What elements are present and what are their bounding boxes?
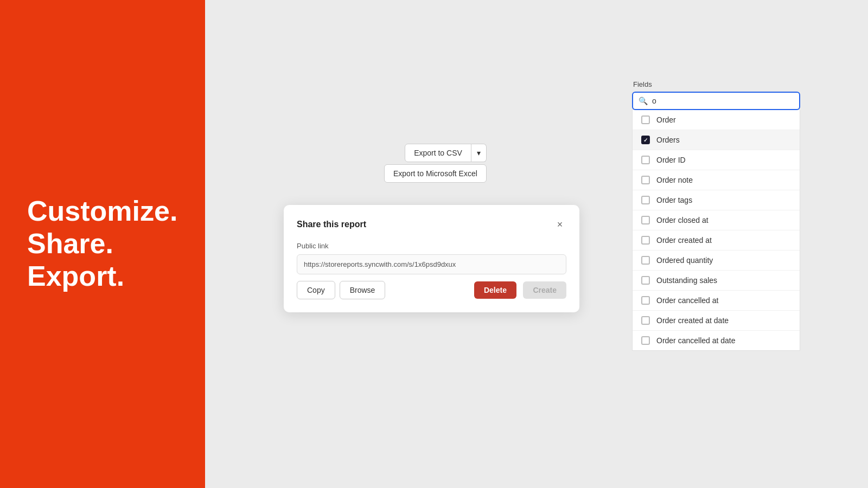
hero-line1: Customize.: [27, 195, 177, 228]
checkbox-orders: [641, 136, 650, 144]
chevron-down-icon: ▾: [477, 149, 481, 157]
field-item-order-closed-at[interactable]: Order closed at: [633, 210, 800, 230]
checkbox-order-closed-at: [641, 216, 650, 224]
field-item-order-cancelled-at[interactable]: Order cancelled at: [633, 291, 800, 311]
copy-button[interactable]: Copy: [297, 281, 335, 299]
export-csv-button[interactable]: Export to CSV: [405, 144, 471, 162]
field-label-order-tags: Order tags: [656, 196, 692, 204]
fields-search-box: 🔍: [632, 92, 800, 110]
search-icon: 🔍: [639, 97, 648, 105]
public-link-input[interactable]: [297, 254, 566, 274]
close-icon: ×: [557, 219, 563, 230]
create-button[interactable]: Create: [523, 281, 566, 299]
fields-list: OrderOrdersOrder IDOrder noteOrder tagsO…: [632, 110, 800, 351]
field-label-outstanding-sales: Outstanding sales: [656, 276, 717, 285]
field-item-order[interactable]: Order: [633, 110, 800, 130]
field-label-orders: Orders: [656, 136, 680, 144]
browse-button[interactable]: Browse: [340, 281, 386, 299]
checkbox-order-note: [641, 176, 650, 184]
checkbox-order-id: [641, 156, 650, 164]
field-label-order-created-at-date: Order created at date: [656, 316, 729, 325]
field-item-order-note[interactable]: Order note: [633, 170, 800, 190]
hero-text: Customize. Share. Export.: [27, 195, 177, 292]
field-label-order-id: Order ID: [656, 156, 686, 164]
field-label-order-cancelled-at-date: Order cancelled at date: [656, 336, 736, 345]
modal-actions: Copy Browse Delete Create: [297, 281, 566, 299]
modal-actions-left: Copy Browse: [297, 281, 385, 299]
export-button-group: Export to CSV ▾ Export to Microsoft Exce…: [384, 144, 487, 183]
right-panel: Export to CSV ▾ Export to Microsoft Exce…: [205, 0, 868, 488]
field-item-outstanding-sales[interactable]: Outstanding sales: [633, 271, 800, 291]
checkbox-order-created-at: [641, 236, 650, 245]
left-panel: Customize. Share. Export.: [0, 0, 205, 488]
modal-actions-right: Delete Create: [474, 281, 566, 299]
field-item-order-tags[interactable]: Order tags: [633, 190, 800, 210]
hero-line2: Share.: [27, 228, 177, 260]
field-item-order-created-at[interactable]: Order created at: [633, 230, 800, 251]
delete-button[interactable]: Delete: [474, 281, 516, 299]
public-link-label: Public link: [297, 242, 566, 250]
checkbox-order-cancelled-at-date: [641, 336, 650, 345]
field-label-order-cancelled-at: Order cancelled at: [656, 296, 718, 305]
checkbox-order-tags: [641, 196, 650, 204]
checkbox-ordered-quantity: [641, 256, 650, 265]
field-label-order-created-at: Order created at: [656, 236, 712, 245]
fields-container: Fields 🔍 OrderOrdersOrder IDOrder noteOr…: [632, 80, 800, 351]
export-csv-chevron-button[interactable]: ▾: [471, 144, 487, 162]
field-item-ordered-quantity[interactable]: Ordered quantity: [633, 251, 800, 271]
field-label-order-note: Order note: [656, 176, 693, 184]
field-label-ordered-quantity: Ordered quantity: [656, 256, 713, 265]
checkbox-order-cancelled-at: [641, 296, 650, 305]
field-item-order-id[interactable]: Order ID: [633, 150, 800, 170]
modal-title: Share this report: [297, 220, 366, 229]
fields-search-input[interactable]: [652, 97, 794, 105]
export-excel-button[interactable]: Export to Microsoft Excel: [384, 164, 487, 183]
share-modal: Share this report × Public link Copy Bro…: [284, 205, 579, 312]
field-item-orders[interactable]: Orders: [633, 130, 800, 150]
field-item-order-cancelled-at-date[interactable]: Order cancelled at date: [633, 331, 800, 350]
field-label-order: Order: [656, 115, 676, 124]
field-label-order-closed-at: Order closed at: [656, 216, 709, 224]
modal-close-button[interactable]: ×: [553, 218, 566, 231]
checkbox-order: [641, 115, 650, 124]
fields-label: Fields: [632, 80, 800, 88]
modal-header: Share this report ×: [297, 218, 566, 231]
hero-line3: Export.: [27, 260, 177, 293]
checkbox-order-created-at-date: [641, 316, 650, 325]
checkbox-outstanding-sales: [641, 276, 650, 285]
field-item-order-created-at-date[interactable]: Order created at date: [633, 311, 800, 331]
